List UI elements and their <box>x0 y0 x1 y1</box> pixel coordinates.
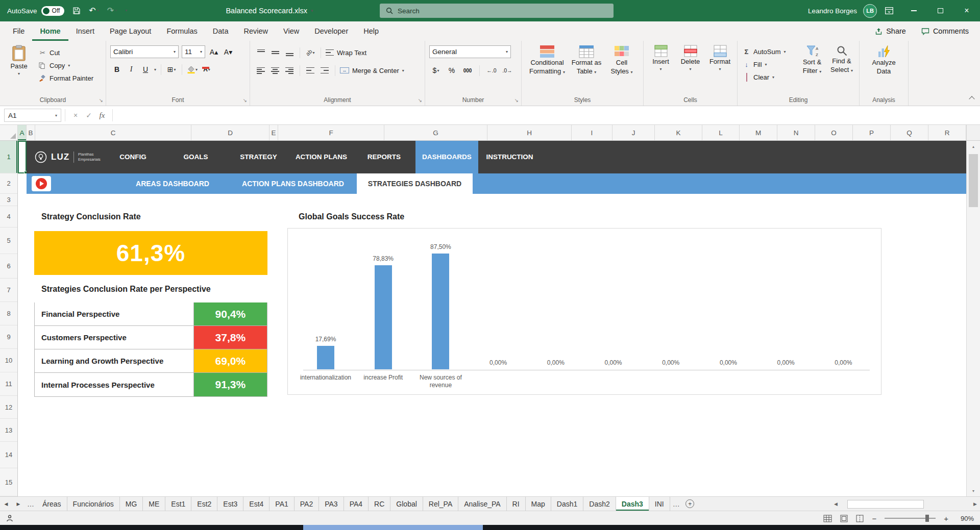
font-size-select[interactable]: 11▾ <box>182 45 205 58</box>
ribbon-tab[interactable]: File <box>5 21 32 41</box>
sheet-canvas[interactable]: LUZ Planilhas Empresariais CONFIGGOALSST… <box>18 141 966 496</box>
increase-indent-button[interactable] <box>319 64 330 77</box>
insert-function-button[interactable]: fx <box>95 109 109 122</box>
page-break-view-button[interactable] <box>856 515 864 522</box>
vertical-scrollbar[interactable]: ▴ ▾ <box>966 141 980 496</box>
column-header[interactable]: O <box>815 125 853 140</box>
workbook-nav-item[interactable]: DASHBOARDS <box>415 141 478 173</box>
undo-dropdown-icon[interactable]: ▾ <box>97 9 99 13</box>
selected-cell-a1[interactable] <box>18 141 27 173</box>
ribbon-tab[interactable]: Formulas <box>159 21 205 41</box>
sheet-tab[interactable]: ME <box>143 497 165 511</box>
sheet-tab[interactable]: RC <box>369 497 390 511</box>
accessibility-icon[interactable] <box>6 515 13 522</box>
align-middle-button[interactable] <box>270 46 281 59</box>
column-header[interactable]: H <box>487 125 572 140</box>
font-dialog-launcher[interactable]: ↘ <box>243 97 247 103</box>
cancel-entry-button[interactable]: × <box>69 109 82 122</box>
sheet-tab[interactable]: PA4 <box>344 497 369 511</box>
sheet-tab[interactable]: Est3 <box>217 497 243 511</box>
column-header[interactable]: B <box>27 125 35 140</box>
formula-input[interactable] <box>116 109 975 122</box>
row-header[interactable]: 14 <box>0 442 17 468</box>
row-header[interactable]: 12 <box>0 396 17 419</box>
sheet-tab[interactable]: PA1 <box>270 497 294 511</box>
search-input[interactable] <box>398 7 614 15</box>
collapse-ribbon-icon[interactable] <box>969 96 974 102</box>
page-layout-view-button[interactable] <box>840 515 848 522</box>
sheet-tab[interactable]: Est1 <box>165 497 191 511</box>
workbook-nav-item[interactable]: REPORTS <box>353 141 415 173</box>
column-header[interactable]: Q <box>891 125 928 140</box>
font-color-button[interactable]: A ▾ <box>201 63 212 75</box>
merge-center-button[interactable]: ↔ Merge & Center ▾ <box>340 64 404 77</box>
normal-view-button[interactable] <box>823 515 832 522</box>
underline-button[interactable]: U <box>140 63 151 75</box>
row-header[interactable]: 9 <box>0 325 17 349</box>
add-sheet-button[interactable]: + <box>682 497 698 511</box>
find-select-button[interactable]: Find & Select ▾ <box>827 45 856 74</box>
sheet-tab[interactable]: INI <box>649 497 670 511</box>
cut-button[interactable]: ✂Cut <box>39 46 93 59</box>
orientation-button[interactable]: ab▾ <box>305 46 316 59</box>
italic-button[interactable]: I <box>126 63 137 75</box>
row-header[interactable]: 6 <box>0 254 17 279</box>
column-header[interactable]: F <box>278 125 384 140</box>
workbook-nav-item[interactable]: CONFIG <box>102 141 164 173</box>
align-bottom-button[interactable] <box>284 46 295 59</box>
number-dialog-launcher[interactable]: ↘ <box>514 97 519 103</box>
ribbon-tab[interactable]: Review <box>236 21 276 41</box>
clipboard-dialog-launcher[interactable]: ↘ <box>99 97 103 103</box>
zoom-out-button[interactable]: − <box>872 514 876 523</box>
decrease-indent-button[interactable] <box>305 64 316 77</box>
column-header[interactable]: M <box>740 125 777 140</box>
sheet-scroll-right-icon[interactable]: ▶ <box>12 497 24 511</box>
column-header[interactable]: C <box>35 125 191 140</box>
sort-filter-button[interactable]: AZ Sort & Filter ▾ <box>798 45 826 75</box>
accounting-format-button[interactable]: $▾ <box>430 64 442 77</box>
row-header[interactable]: 13 <box>0 419 17 442</box>
sheet-tab[interactable]: PA3 <box>319 497 344 511</box>
workbook-nav-item[interactable]: GOALS <box>164 141 227 173</box>
column-header[interactable]: D <box>191 125 270 140</box>
play-button[interactable] <box>32 176 51 191</box>
sheet-tab[interactable]: RI <box>507 497 526 511</box>
hidden-sheets-left-indicator[interactable]: … <box>24 497 37 511</box>
hidden-sheets-right-indicator[interactable]: … <box>670 497 682 511</box>
comma-style-button[interactable]: 000 <box>462 64 473 77</box>
sheet-scroll-left-icon[interactable]: ◀ <box>0 497 12 511</box>
row-header[interactable]: 4 <box>0 206 17 228</box>
ribbon-display-options-icon[interactable] <box>885 7 893 14</box>
dashboard-tab[interactable]: ACTION PLANS DASHBOARD <box>230 173 356 194</box>
minimize-button[interactable] <box>900 0 927 21</box>
fill-button[interactable]: ↓Fill▾ <box>743 58 786 71</box>
bold-button[interactable]: B <box>111 63 122 75</box>
sheet-tab[interactable]: Analise_PA <box>458 497 506 511</box>
column-header[interactable]: A <box>18 125 27 140</box>
save-icon[interactable] <box>72 7 81 15</box>
sheet-tab[interactable]: Est2 <box>191 497 217 511</box>
wrap-text-button[interactable]: Wrap Text <box>326 46 366 59</box>
increase-decimal-button[interactable]: ←.0 <box>486 64 497 77</box>
column-header[interactable]: K <box>655 125 702 140</box>
sheet-tab[interactable]: Est4 <box>243 497 270 511</box>
column-header[interactable]: G <box>384 125 487 140</box>
column-header[interactable]: R <box>928 125 966 140</box>
sheet-tab[interactable]: Áreas <box>37 497 67 511</box>
font-family-select[interactable]: Calibri▾ <box>110 45 179 58</box>
document-title[interactable]: Balanced Scorecard.xlsx ▾ <box>226 0 313 21</box>
ribbon-tab[interactable]: Insert <box>68 21 102 41</box>
sheet-tab[interactable]: Rel_PA <box>423 497 458 511</box>
shrink-font-button[interactable]: A▾ <box>223 46 234 58</box>
column-header[interactable]: N <box>777 125 815 140</box>
zoom-level[interactable]: 90% <box>957 515 974 522</box>
align-right-button[interactable] <box>284 64 295 77</box>
undo-button[interactable]: ↶▾ <box>89 7 99 15</box>
column-header[interactable]: I <box>572 125 612 140</box>
align-center-button[interactable] <box>270 64 281 77</box>
autosum-button[interactable]: ΣAutoSum▾ <box>743 45 786 58</box>
ribbon-tab[interactable]: Page Layout <box>102 21 159 41</box>
copy-button[interactable]: Copy▾ <box>39 59 93 72</box>
horizontal-scrollbar-thumb[interactable] <box>847 500 924 509</box>
maximize-button[interactable] <box>927 0 953 21</box>
